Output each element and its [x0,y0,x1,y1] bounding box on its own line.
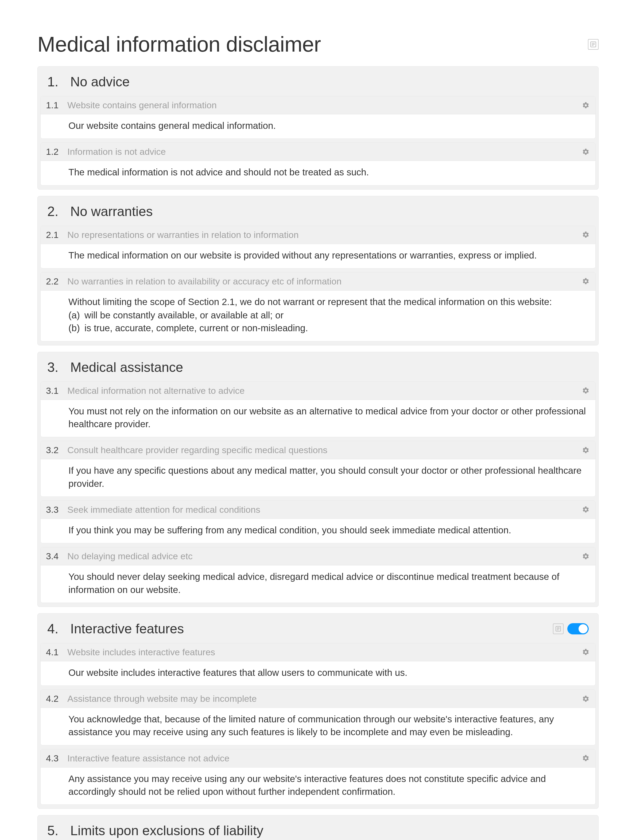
clause-body-intro: Our website contains general medical inf… [68,119,589,132]
gear-icon[interactable] [581,753,590,763]
clause-body: You should never delay seeking medical a… [41,565,595,603]
clause-title: Seek immediate attention for medical con… [67,504,260,515]
section: 5.Limits upon exclusions of liability5.1… [38,815,598,840]
clause-number: 3.4 [46,551,67,561]
clause-header: 2.1No representations or warranties in r… [41,226,595,244]
clause-title: Website includes interactive features [67,647,215,657]
clause-header: 1.1Website contains general information [41,96,595,114]
clause-body: If you have any specific questions about… [41,459,595,496]
section-header: 4.Interactive features [40,616,596,643]
section: 4.Interactive features4.1Website include… [38,613,598,809]
clause-list-item: will be constantly available, or availab… [68,309,589,322]
clause-header: 4.3Interactive feature assistance not ad… [41,749,595,767]
clause-title: No warranties in relation to availabilit… [67,276,342,287]
clause-body: The medical information on our website i… [41,244,595,268]
clause-header: 3.3Seek immediate attention for medical … [41,501,595,519]
clause: 2.1No representations or warranties in r… [40,226,596,268]
clause-body-intro: Our website includes interactive feature… [68,666,589,679]
clause-actions [581,230,590,240]
clause-number: 2.1 [46,230,67,240]
clause-title: No delaying medical advice etc [67,551,193,561]
gear-icon[interactable] [581,505,590,515]
clause-actions [581,694,590,704]
clause-body-intro: The medical information is not advice an… [68,166,589,178]
clause: 3.4No delaying medical advice etcYou sho… [40,547,596,603]
clause-title: Assistance through website may be incomp… [67,693,257,704]
title-row: Medical information disclaimer [38,32,598,57]
clause-title: Information is not advice [67,147,166,157]
clause-number: 2.2 [46,276,67,287]
clause: 1.2Information is not adviceThe medical … [40,142,596,185]
clause: 4.2Assistance through website may be inc… [40,690,596,745]
clause-actions [581,551,590,561]
section-number: 3. [47,360,70,375]
clause-body: You acknowledge that, because of the lim… [41,708,595,745]
gear-icon[interactable] [581,386,590,395]
clause-title: Interactive feature assistance not advic… [67,753,230,764]
clause-list: will be constantly available, or availab… [68,309,589,335]
gear-icon[interactable] [581,694,590,704]
clause-number: 4.1 [46,647,67,657]
section-number: 5. [47,823,70,838]
clause-actions [581,386,590,395]
notes-icon[interactable] [553,624,564,634]
gear-icon[interactable] [581,276,590,286]
clause-header: 3.2Consult healthcare provider regarding… [41,441,595,459]
clause: 4.3Interactive feature assistance not ad… [40,749,596,805]
document-notes-icon[interactable] [588,39,598,50]
clause-body: You must not rely on the information on … [41,400,595,437]
clause-body: Without limiting the scope of Section 2.… [41,291,595,341]
gear-icon[interactable] [581,551,590,561]
section-header: 2.No warranties [40,198,596,226]
gear-icon[interactable] [581,147,590,157]
gear-icon[interactable] [581,101,590,110]
clause-number: 4.2 [46,693,67,704]
section-toggle[interactable] [567,623,589,635]
clause-title: Medical information not alternative to a… [67,385,244,396]
clause-body: Any assistance you may receive using any… [41,767,595,805]
clause-body-intro: The medical information on our website i… [68,249,589,262]
page: Medical information disclaimer 1.No advi… [0,0,636,840]
clause-list-item: is true, accurate, complete, current or … [68,322,589,335]
clause-title: Consult healthcare provider regarding sp… [67,445,327,455]
clause-actions [581,147,590,157]
page-title: Medical information disclaimer [38,32,321,57]
gear-icon[interactable] [581,445,590,455]
clause: 2.2No warranties in relation to availabi… [40,272,596,341]
section: 2.No warranties2.1No representations or … [38,196,598,346]
clause-body: Our website includes interactive feature… [41,662,595,685]
section-number: 2. [47,204,70,219]
clause-actions [581,505,590,515]
section-title: No advice [70,74,130,90]
clause-body-intro: If you have any specific questions about… [68,464,589,490]
clause-body-intro: If you think you may be suffering from a… [68,524,589,537]
clause-actions [581,101,590,110]
clause-body: The medical information is not advice an… [41,161,595,185]
clause-header: 2.2No warranties in relation to availabi… [41,272,595,291]
clause-number: 4.3 [46,753,67,764]
clause-body-intro: Without limiting the scope of Section 2.… [68,295,589,308]
clause-actions [581,445,590,455]
clause-number: 3.2 [46,445,67,455]
clause-actions [581,276,590,286]
clause-header: 3.1Medical information not alternative t… [41,382,595,400]
section-title: No warranties [70,204,153,219]
section-title: Medical assistance [70,360,183,375]
clause: 3.2Consult healthcare provider regarding… [40,441,596,497]
section-controls [553,623,589,635]
section-number: 1. [47,74,70,90]
clause-body: If you think you may be suffering from a… [41,519,595,543]
clause-body-intro: You should never delay seeking medical a… [68,570,589,596]
gear-icon[interactable] [581,230,590,240]
gear-icon[interactable] [581,647,590,657]
clause-number: 3.1 [46,385,67,396]
clause-body-intro: Any assistance you may receive using any… [68,772,589,798]
clause-header: 4.2Assistance through website may be inc… [41,690,595,708]
clause: 3.1Medical information not alternative t… [40,382,596,437]
clause-header: 1.2Information is not advice [41,143,595,161]
clause-number: 1.1 [46,100,67,111]
clause-title: Website contains general information [67,100,217,111]
clause-header: 4.1Website includes interactive features [41,643,595,662]
clause-actions [581,647,590,657]
clause: 1.1Website contains general informationO… [40,96,596,139]
